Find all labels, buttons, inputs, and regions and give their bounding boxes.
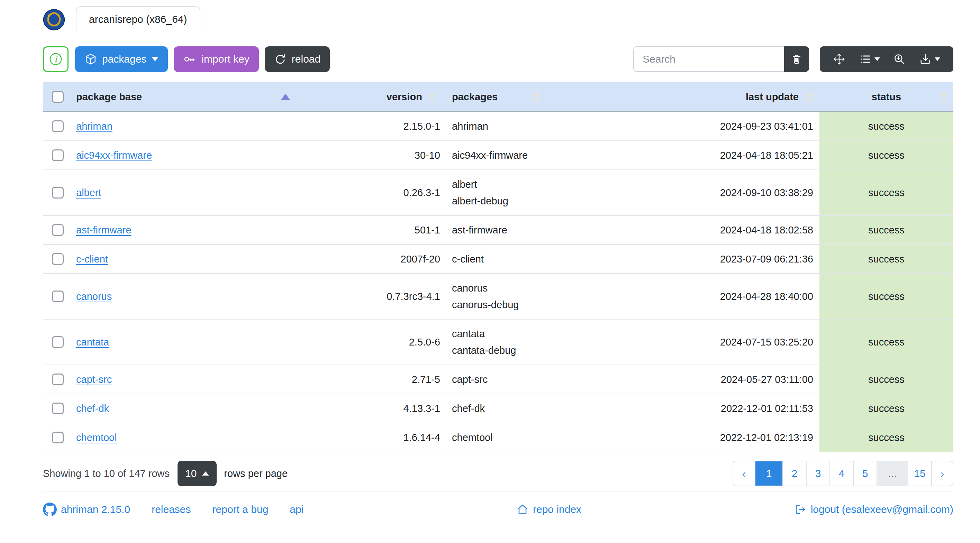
last-update-cell: 2022-12-01 02:13:19	[547, 432, 819, 443]
page-button-4[interactable]: 4	[829, 461, 853, 486]
page-ellipsis[interactable]: ...	[877, 461, 908, 486]
package-name: cantata-debug	[452, 342, 547, 359]
row-checkbox[interactable]	[52, 224, 64, 236]
version-cell: 2.15.0-1	[296, 121, 442, 132]
row-checkbox[interactable]	[52, 291, 64, 302]
packages-dropdown-button[interactable]: packages	[75, 46, 168, 72]
logout-link[interactable]: logout (esalexeev@gmail.com)	[794, 503, 953, 516]
package-name: canorus	[452, 280, 547, 296]
row-checkbox-cell	[43, 224, 75, 236]
table-row: aic94xx-firmware 30-10 aic94xx-firmware …	[43, 141, 953, 170]
package-base-link[interactable]: chef-dk	[76, 403, 109, 414]
package-base-link[interactable]: albert	[76, 187, 102, 198]
package-base-cell: albert	[75, 187, 296, 198]
sort-both-icon	[534, 92, 541, 102]
version-cell: 2.71-5	[296, 374, 442, 385]
api-link[interactable]: api	[290, 503, 304, 515]
search-group	[633, 46, 809, 72]
row-checkbox[interactable]	[52, 149, 64, 161]
topbar: arcanisrepo (x86_64)	[0, 0, 980, 32]
row-checkbox-cell	[43, 403, 75, 414]
row-checkbox[interactable]	[52, 187, 64, 198]
import-key-button[interactable]: import key	[174, 46, 258, 72]
column-header-version[interactable]: version	[296, 82, 442, 112]
row-checkbox[interactable]	[52, 432, 64, 443]
next-page-button[interactable]: ›	[931, 461, 953, 486]
repo-index-link[interactable]: repo index	[516, 503, 581, 516]
table-row: cantata 2.5.0-6 cantatacantata-debug 202…	[43, 319, 953, 365]
package-base-link[interactable]: capt-src	[76, 374, 112, 385]
package-name: aic94xx-firmware	[452, 147, 547, 164]
last-update-cell: 2023-07-09 06:21:36	[547, 254, 819, 265]
page-button-1-active[interactable]: 1	[755, 461, 783, 486]
column-header-packages[interactable]: packages	[442, 82, 547, 112]
row-checkbox[interactable]	[52, 373, 64, 385]
info-button[interactable]: i	[43, 46, 68, 72]
package-base-link[interactable]: ast-firmware	[76, 224, 132, 236]
releases-link[interactable]: releases	[151, 503, 191, 515]
table-row: albert 0.26.3-1 albertalbert-debug 2024-…	[43, 170, 953, 216]
export-dropdown-button[interactable]	[919, 53, 940, 65]
search-input[interactable]	[633, 46, 784, 72]
status-cell: success	[819, 216, 953, 244]
package-base-link[interactable]: c-client	[76, 254, 108, 265]
toolbar: i packages import key re	[43, 46, 953, 72]
page-button-5[interactable]: 5	[853, 461, 877, 486]
package-base-link[interactable]: ahriman	[76, 121, 113, 132]
packages-cell: cantatacantata-debug	[442, 319, 547, 365]
row-checkbox-cell	[43, 336, 75, 348]
ahriman-version-link[interactable]: ahriman 2.15.0	[43, 503, 130, 516]
table-body: ahriman 2.15.0-1 ahriman 2024-09-23 03:4…	[43, 112, 953, 452]
package-base-link[interactable]: cantata	[76, 337, 109, 348]
page-size-select[interactable]: 10	[178, 461, 216, 486]
column-header-last-update[interactable]: last update	[547, 82, 819, 112]
table-footer: Showing 1 to 10 of 147 rows 10 rows per …	[43, 461, 953, 486]
row-checkbox[interactable]	[52, 253, 64, 265]
package-base-cell: capt-src	[75, 374, 296, 385]
package-base-link[interactable]: aic94xx-firmware	[76, 150, 152, 161]
version-cell: 1.6.14-4	[296, 432, 442, 443]
version-cell: 2007f-20	[296, 254, 442, 265]
row-checkbox[interactable]	[52, 403, 64, 414]
status-cell: success	[819, 245, 953, 273]
columns-dropdown-button[interactable]	[859, 53, 880, 65]
report-a-bug-link[interactable]: report a bug	[212, 503, 269, 515]
row-checkbox[interactable]	[52, 336, 64, 348]
repository-tab[interactable]: arcanisrepo (x86_64)	[76, 6, 200, 32]
reload-button[interactable]: reload	[265, 46, 330, 72]
package-base-link[interactable]: canorus	[76, 291, 112, 302]
last-update-cell: 2024-04-28 18:40:00	[547, 291, 819, 302]
column-header-package-base[interactable]: package base	[75, 82, 296, 112]
status-cell: success	[819, 141, 953, 170]
page-button-3[interactable]: 3	[806, 461, 829, 486]
package-base-link[interactable]: chemtool	[76, 432, 117, 443]
status-badge: success	[868, 337, 905, 348]
status-cell: success	[819, 319, 953, 365]
page-button-2[interactable]: 2	[783, 461, 806, 486]
status-badge: success	[868, 291, 905, 302]
package-base-cell: chemtool	[75, 432, 296, 443]
status-cell: success	[819, 112, 953, 140]
clear-search-button[interactable]	[784, 46, 809, 72]
select-all-checkbox[interactable]	[52, 91, 64, 103]
github-icon	[43, 503, 57, 516]
status-cell: success	[819, 423, 953, 452]
previous-page-button[interactable]: ‹	[733, 461, 755, 486]
move-columns-button[interactable]	[833, 53, 845, 65]
row-checkbox[interactable]	[52, 121, 64, 132]
version-cell: 0.7.3rc3-4.1	[296, 291, 442, 302]
home-icon	[516, 503, 529, 516]
table-row: c-client 2007f-20 c-client 2023-07-09 06…	[43, 245, 953, 274]
package-name: c-client	[452, 251, 547, 267]
column-header-status[interactable]: status	[819, 82, 953, 112]
pagination: ‹12345...15›	[733, 461, 953, 486]
packages-cell: aic94xx-firmware	[442, 141, 547, 170]
last-update-cell: 2022-12-01 02:11:53	[547, 403, 819, 414]
page-button-15[interactable]: 15	[908, 461, 931, 486]
package-name: capt-src	[452, 371, 547, 388]
row-checkbox-cell	[43, 432, 75, 443]
package-base-cell: canorus	[75, 291, 296, 302]
fullscreen-zoom-button[interactable]	[893, 53, 905, 65]
packages-cell: canoruscanorus-debug	[442, 274, 547, 319]
last-update-cell: 2024-04-18 18:05:21	[547, 150, 819, 161]
